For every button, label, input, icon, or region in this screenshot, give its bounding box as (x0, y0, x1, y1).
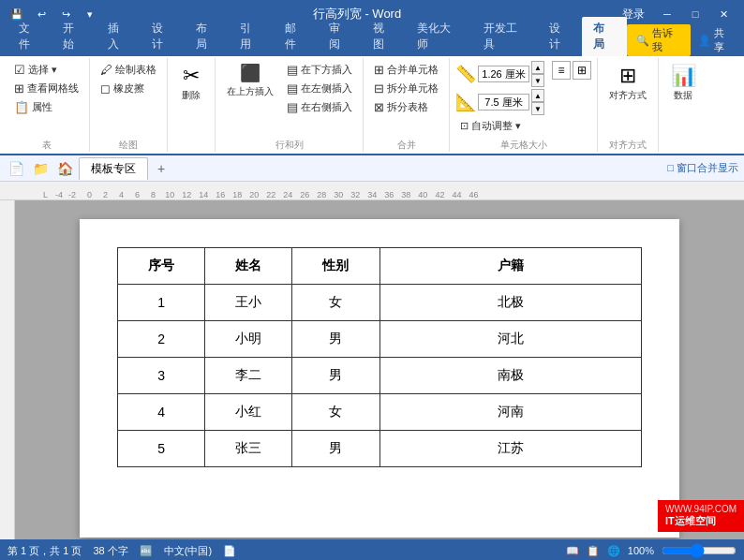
table-header-row: 序号 姓名 性别 户籍 (118, 248, 642, 285)
zoom-slider[interactable] (662, 543, 737, 558)
select-button[interactable]: ☑ 选择 ▾ (9, 61, 83, 79)
minimize-button[interactable]: ─ (654, 5, 680, 23)
split-table-button[interactable]: ⊠ 拆分表格 (369, 98, 443, 116)
table-row: 5张三男江苏 (118, 431, 642, 467)
page-info: 第 1 页，共 1 页 (7, 544, 82, 558)
ribbon-group-delete: ✂ 删除 (168, 58, 216, 152)
menu-home[interactable]: 开始 (52, 17, 96, 56)
align-group-label: 对齐方式 (603, 139, 652, 152)
tabbar: 📄 📁 🏠 模板专区 + □ 窗口合并显示 (0, 155, 744, 182)
print-view-icon[interactable]: 📋 (587, 545, 600, 557)
alignment-button[interactable]: ⊞ 对齐方式 (603, 61, 652, 105)
draw-group-label: 绘图 (96, 139, 161, 152)
read-view-icon[interactable]: 📖 (566, 545, 579, 557)
menu-tablelayout[interactable]: 布局 (582, 17, 626, 56)
menu-mailings[interactable]: 邮件 (274, 17, 318, 56)
menu-references[interactable]: 引用 (229, 17, 273, 56)
ribbon-group-align: ⊞ 对齐方式 对齐方式 (598, 58, 659, 152)
table-row: 1王小女北极 (118, 285, 642, 321)
draw-table-button[interactable]: 🖊 绘制表格 (96, 61, 161, 79)
row-height-down[interactable]: ▼ (531, 74, 544, 87)
word-count: 38 个字 (93, 544, 127, 558)
menu-view[interactable]: 视图 (362, 17, 406, 56)
cell-4-0: 5 (118, 431, 205, 467)
menu-devtools[interactable]: 开发工具 (472, 17, 538, 56)
properties-button[interactable]: 📋 属性 (9, 98, 83, 116)
insert-above-button[interactable]: ⬛ 在上方插入 (221, 61, 279, 101)
cell-4-3: 江苏 (379, 431, 642, 467)
menu-design[interactable]: 设计 (141, 17, 185, 56)
row-height-control: 📏 ▲ ▼ (455, 61, 544, 87)
ribbon-group-data: 📊 数据 (659, 58, 707, 152)
ribbon-group-cellsize-content: 📏 ▲ ▼ 📐 ▲ ▼ (455, 58, 591, 137)
home-icon[interactable]: 🏠 (54, 158, 75, 179)
distribute-rows-button[interactable]: ≡ (552, 61, 571, 80)
ribbon-group-cellsize: 📏 ▲ ▼ 📐 ▲ ▼ (450, 58, 598, 152)
main-area: 序号 姓名 性别 户籍 1王小女北极2小明男河北3李二男南极4小红女河南5张三男… (0, 200, 744, 539)
table-row: 3李二男南极 (118, 358, 642, 394)
cell-2-1: 李二 (205, 358, 292, 394)
data-button[interactable]: 📊 数据 (664, 61, 702, 105)
close-button[interactable]: ✕ (710, 5, 737, 23)
language: 中文(中国) (164, 544, 212, 558)
cell-0-2: 女 (292, 285, 379, 321)
ruler: L -4 -2 0 2 4 6 8 10 12 14 16 18 20 22 2… (0, 182, 744, 200)
eraser-button[interactable]: ◻ 橡皮擦 (96, 80, 161, 97)
auto-fit-button[interactable]: ⊡ 自动调整 ▾ (455, 117, 544, 135)
ribbon-group-delete-content: ✂ 删除 (173, 58, 209, 150)
ribbon-group-rowcol-content: ⬛ 在上方插入 ▤ 在下方插入 ▤ 在左侧插入 ▤ 在右侧插入 (221, 58, 357, 137)
ribbon-group-merge: ⊞ 合并单元格 ⊟ 拆分单元格 ⊠ 拆分表格 合并 (364, 58, 450, 152)
merge-group-label: 合并 (369, 139, 443, 152)
split-cells-button[interactable]: ⊟ 拆分单元格 (369, 80, 443, 97)
row-height-input[interactable] (478, 66, 529, 82)
add-tab-button[interactable]: + (152, 159, 171, 178)
tell-me-button[interactable]: 🔍 告诉我 (627, 24, 691, 56)
col-width-down[interactable]: ▼ (531, 102, 544, 115)
statusbar-right: 📖 📋 🌐 100% (566, 543, 737, 558)
menu-beautify[interactable]: 美化大师 (406, 17, 471, 56)
doc-page: 序号 姓名 性别 户籍 1王小女北极2小明男河北3李二男南极4小红女河南5张三男… (80, 219, 679, 538)
cell-0-3: 北极 (379, 285, 642, 321)
insert-left-button[interactable]: ▤ 在左侧插入 (282, 80, 357, 97)
restore-button[interactable]: □ (682, 5, 708, 23)
view-gridlines-button[interactable]: ⊞ 查看网格线 (9, 80, 83, 97)
cell-4-2: 男 (292, 431, 379, 467)
distribute-cols-button[interactable]: ⊞ (573, 61, 591, 80)
table-row: 2小明男河北 (118, 321, 642, 358)
header-number: 序号 (118, 248, 205, 285)
insert-right-button[interactable]: ▤ 在右侧插入 (282, 98, 357, 116)
col-width-input[interactable] (478, 94, 529, 111)
row-height-up[interactable]: ▲ (531, 61, 544, 74)
col-width-up[interactable]: ▲ (531, 89, 544, 102)
table-group-label: 表 (9, 139, 83, 152)
header-name: 姓名 (205, 248, 292, 285)
cell-2-3: 南极 (379, 358, 642, 394)
ribbon-tabs-row: 文件 开始 插入 设计 布局 引用 邮件 审阅 视图 美化大师 开发工具 设计 … (0, 28, 744, 56)
menu-review[interactable]: 审阅 (318, 17, 362, 56)
doc-area[interactable]: 序号 姓名 性别 户籍 1王小女北极2小明男河北3李二男南极4小红女河南5张三男… (15, 200, 744, 539)
template-tab[interactable]: 模板专区 (79, 157, 148, 180)
new-doc-icon[interactable]: 📄 (6, 158, 26, 179)
draw-btns: 🖊 绘制表格 ◻ 橡皮擦 (96, 61, 161, 97)
insert-below-button[interactable]: ▤ 在下方插入 (282, 61, 357, 79)
web-view-icon[interactable]: 🌐 (607, 545, 620, 557)
rowcol-group-label: 行和列 (221, 139, 357, 152)
delete-button[interactable]: ✂ 删除 (173, 61, 209, 105)
cell-3-0: 4 (118, 394, 205, 431)
table-btns: ☑ 选择 ▾ ⊞ 查看网格线 📋 属性 (9, 61, 83, 116)
merge-cells-button[interactable]: ⊞ 合并单元格 (369, 61, 443, 79)
cell-2-0: 3 (118, 358, 205, 394)
cell-1-3: 河北 (379, 321, 642, 358)
menu-layout[interactable]: 布局 (185, 17, 229, 56)
statusbar: 第 1 页，共 1 页 38 个字 🔤 中文(中国) 📄 📖 📋 🌐 100% (0, 539, 744, 560)
menu-insert[interactable]: 插入 (97, 17, 141, 56)
share-button[interactable]: 👤 共享 (698, 26, 733, 54)
cell-3-2: 女 (292, 394, 379, 431)
menu-file[interactable]: 文件 (7, 17, 52, 56)
open-folder-icon[interactable]: 📁 (30, 158, 51, 179)
merge-btns: ⊞ 合并单元格 ⊟ 拆分单元格 ⊠ 拆分表格 (369, 61, 443, 116)
menu-tabledesign[interactable]: 设计 (538, 17, 582, 56)
ribbon-group-rowcol: ⬛ 在上方插入 ▤ 在下方插入 ▤ 在左侧插入 ▤ 在右侧插入 行和列 (216, 58, 364, 152)
window-fit-label[interactable]: □ 窗口合并显示 (667, 161, 738, 175)
cell-4-1: 张三 (205, 431, 292, 467)
